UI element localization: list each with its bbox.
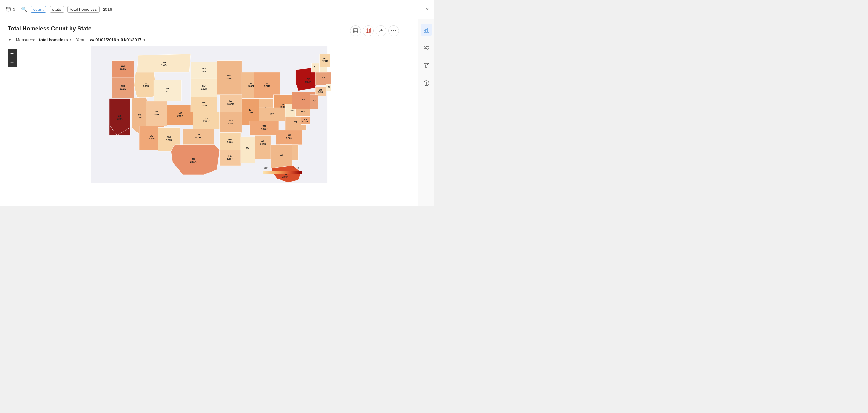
svg-text:PA: PA — [302, 98, 305, 101]
svg-text:341: 341 — [264, 167, 269, 170]
svg-rect-95 — [263, 171, 303, 174]
svg-point-102 — [427, 48, 428, 49]
svg-text:7.4K: 7.4K — [137, 116, 142, 119]
svg-text:33.6K: 33.6K — [282, 176, 288, 178]
svg-text:AR: AR — [228, 138, 232, 141]
svg-point-106 — [426, 82, 427, 83]
search-year: 2016 — [103, 7, 112, 12]
zoom-out-button[interactable]: − — [8, 58, 17, 67]
info-icon[interactable] — [421, 77, 432, 89]
svg-text:IL: IL — [249, 108, 252, 111]
svg-text:10.6K: 10.6K — [177, 115, 183, 117]
map-view-button[interactable] — [363, 25, 374, 36]
svg-text:SD: SD — [202, 85, 206, 87]
map-section: Total Homeless Count by State — [0, 19, 418, 206]
svg-point-101 — [425, 46, 426, 47]
svg-text:2.46K: 2.46K — [227, 141, 233, 144]
zoom-in-button[interactable]: + — [8, 49, 17, 58]
svg-text:857: 857 — [165, 90, 169, 93]
db-count: 1 — [13, 7, 15, 12]
search-bar: 1 🔍 count state total homeless 2016 × — [0, 0, 434, 19]
svg-text:8.35K: 8.35K — [303, 120, 309, 123]
table-view-button[interactable] — [350, 25, 361, 36]
svg-text:MO: MO — [229, 119, 232, 122]
svg-text:923: 923 — [202, 70, 206, 73]
svg-text:20.8K: 20.8K — [120, 67, 126, 70]
svg-text:MN: MN — [227, 74, 231, 77]
svg-text:3.9K: 3.9K — [318, 91, 323, 94]
svg-text:2.26K: 2.26K — [166, 139, 172, 142]
svg-text:2.01K: 2.01K — [203, 120, 210, 123]
svg-text:WA: WA — [121, 64, 125, 67]
svg-text:WI: WI — [250, 82, 253, 85]
measures-dropdown[interactable]: total homeless ▼ — [39, 37, 72, 42]
svg-text:CO: CO — [178, 112, 182, 115]
filters-row: ▼ Measures: total homeless ▼ Year: >= 01… — [8, 37, 410, 42]
svg-rect-98 — [428, 28, 429, 32]
svg-text:NC: NC — [287, 134, 291, 137]
more-button[interactable]: ••• — [388, 25, 399, 36]
svg-text:KS: KS — [205, 117, 208, 120]
tag-count[interactable]: count — [31, 6, 46, 13]
state-MA[interactable] — [315, 72, 331, 86]
funnel-icon[interactable] — [421, 60, 432, 71]
search-icon: 🔍 — [21, 6, 27, 12]
svg-text:VT: VT — [314, 65, 317, 68]
svg-text:1.42K: 1.42K — [161, 64, 167, 67]
svg-text:WV: WV — [290, 109, 294, 112]
svg-text:7.34K: 7.34K — [226, 77, 232, 80]
svg-text:118K: 118K — [117, 118, 123, 120]
svg-text:ID: ID — [145, 82, 148, 85]
svg-text:MA: MA — [321, 76, 326, 79]
svg-text:KY: KY — [270, 113, 274, 115]
svg-text:RI: RI — [328, 86, 330, 89]
svg-text:3.99K: 3.99K — [227, 158, 233, 160]
svg-text:NY: NY — [307, 77, 310, 81]
svg-text:MS: MS — [246, 147, 249, 149]
pin-button[interactable] — [376, 25, 386, 36]
svg-text:ME: ME — [323, 57, 326, 60]
state-MS[interactable] — [241, 137, 255, 163]
svg-text:MT: MT — [163, 61, 166, 64]
svg-text:23.1K: 23.1K — [190, 160, 196, 163]
svg-point-0 — [6, 7, 10, 8]
db-icon[interactable]: 1 — [5, 6, 15, 13]
svg-text:OH: OH — [281, 103, 284, 106]
svg-text:2.25K: 2.25K — [143, 85, 149, 88]
svg-text:NE: NE — [202, 101, 205, 104]
svg-text:AZ: AZ — [150, 134, 153, 137]
svg-text:TN: TN — [263, 125, 266, 128]
right-sidebar — [418, 19, 434, 206]
settings-icon[interactable] — [421, 42, 432, 53]
state-GA[interactable] — [271, 145, 292, 168]
svg-text:6.5K: 6.5K — [228, 122, 233, 125]
content-area: Total Homeless Count by State — [0, 19, 434, 206]
svg-text:11.6K: 11.6K — [247, 111, 253, 114]
svg-text:2.24K: 2.24K — [321, 60, 328, 63]
svg-text:4.11K: 4.11K — [260, 142, 266, 146]
tag-state[interactable]: state — [50, 6, 64, 13]
svg-text:OR: OR — [121, 85, 125, 87]
chart-icon[interactable] — [421, 24, 432, 36]
main-container: 1 🔍 count state total homeless 2016 × To… — [0, 0, 434, 206]
svg-text:118K: 118K — [293, 167, 300, 170]
filter-icon: ▼ — [8, 37, 12, 42]
close-button[interactable]: × — [426, 6, 429, 13]
svg-text:9.56K: 9.56K — [286, 137, 292, 139]
svg-text:UT: UT — [155, 110, 158, 113]
svg-text:8.78K: 8.78K — [261, 128, 268, 131]
measures-label: Measures: — [16, 37, 35, 42]
us-map: WA 20.8K OR 13.2K CA 118K NV 7.4K — [8, 46, 410, 183]
svg-text:4.11K: 4.11K — [195, 136, 202, 139]
svg-text:9.71K: 9.71K — [149, 137, 155, 140]
year-label: Year: — [76, 37, 86, 42]
svg-text:NV: NV — [138, 114, 141, 116]
svg-text:NJ: NJ — [313, 99, 316, 102]
svg-text:NM: NM — [167, 136, 171, 138]
svg-text:13.2K: 13.2K — [120, 87, 126, 90]
tag-homeless[interactable]: total homeless — [67, 6, 100, 13]
year-dropdown[interactable]: >= 01/01/2016 < 01/01/2017 ▼ — [89, 37, 146, 42]
svg-text:2.81K: 2.81K — [153, 113, 160, 116]
toolbar-icons: ••• — [350, 25, 399, 36]
svg-text:AL: AL — [261, 140, 265, 142]
